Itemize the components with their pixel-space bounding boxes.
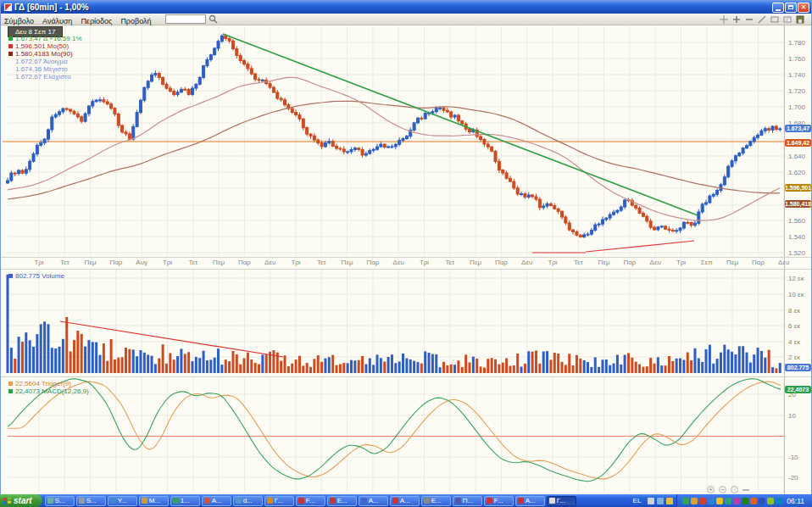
tray-icon[interactable] <box>725 498 731 504</box>
y-axis-label: 1.760 <box>788 55 805 63</box>
zoom-in-icon[interactable] <box>732 15 741 24</box>
price-legend-swatch <box>8 44 13 48</box>
x-axis-label: Τρι <box>420 259 429 266</box>
y-axis-label: 1.560 <box>788 217 805 225</box>
menu-item-Σύμβολο[interactable]: Σύμβολο <box>4 17 34 25</box>
price-legend-row: 1.672,67 Άνοιγμα <box>8 58 82 65</box>
quick-launch-icon[interactable] <box>666 498 673 504</box>
macd-legend-swatch <box>8 382 13 386</box>
tray-icon[interactable] <box>776 498 782 504</box>
x-axis-label: Τρι <box>34 259 43 266</box>
tray-icon[interactable] <box>750 498 757 504</box>
save-icon[interactable] <box>796 15 804 24</box>
language-indicator[interactable]: EL <box>630 497 645 504</box>
taskbar-button[interactable]: F... <box>296 496 325 506</box>
taskbar-button[interactable]: A... <box>359 496 388 506</box>
chart-zoom-out-button[interactable]: − <box>719 486 726 493</box>
zoom-out-icon[interactable] <box>745 15 754 24</box>
x-axis-label: Παρ <box>109 259 122 266</box>
menu-item-Ανάλυση[interactable]: Ανάλυση <box>42 17 72 25</box>
menu-item-Περίοδος[interactable]: Περίοδος <box>81 17 112 25</box>
crosshair-icon[interactable] <box>720 15 728 24</box>
y-axis-label: 1.780 <box>788 39 805 47</box>
taskbar-button[interactable]: 1... <box>170 496 200 506</box>
x-axis-label: Πεμ <box>342 259 353 266</box>
taskbar-button-label: F... <box>494 497 503 504</box>
taskbar-button-label: Γ... <box>275 497 283 504</box>
menu-item-Προβολή[interactable]: Προβολή <box>120 17 151 25</box>
taskbar-button[interactable]: E... <box>327 496 357 506</box>
close-button[interactable]: ✕ <box>798 3 809 13</box>
tray-icon[interactable] <box>733 498 740 504</box>
x-axis-label: Παρ <box>752 259 765 266</box>
tray-icon[interactable] <box>708 498 715 504</box>
x-axis-label: Δευ <box>264 259 275 266</box>
tray-icon[interactable] <box>716 498 723 504</box>
volume-legend-text: 802.775 Volume <box>15 272 64 280</box>
tray-icon[interactable] <box>691 498 698 504</box>
task-app-icon <box>298 498 304 504</box>
chart-options-button[interactable]: · <box>731 486 738 493</box>
tray-icon[interactable] <box>742 498 748 504</box>
windows-flag-icon <box>3 498 11 504</box>
tray-icon[interactable] <box>682 498 689 504</box>
taskbar-button[interactable]: Γ... <box>547 496 576 506</box>
taskbar-button[interactable]: d... <box>233 496 263 506</box>
taskbar-button[interactable]: E... <box>421 496 451 506</box>
price-legend-row: 1.673,47 Δ +16,59 1% <box>8 35 82 42</box>
search-icon[interactable] <box>209 14 218 24</box>
taskbar-button[interactable]: F... <box>484 496 514 506</box>
x-axis-label: Παρ <box>366 259 379 266</box>
quick-launch-icon[interactable] <box>657 498 664 504</box>
minimize-button[interactable] <box>772 3 784 13</box>
window-title: ΓΔ [60min] - 1,00% <box>14 3 89 12</box>
macd-badge: 22,4073 <box>785 386 811 393</box>
macd-legend-swatch <box>8 389 13 393</box>
taskbar-button-label: d... <box>243 497 253 504</box>
text-note-icon[interactable] <box>783 15 792 24</box>
rectangle-icon[interactable] <box>770 15 779 24</box>
taskbar-button[interactable]: Y... <box>108 496 137 506</box>
taskbar-button-label: S... <box>86 497 97 504</box>
taskbar-button[interactable]: Γ... <box>264 496 294 506</box>
x-axis-label: Πεμ <box>598 259 610 266</box>
task-app-icon <box>79 498 85 504</box>
x-axis-label: Τετ <box>188 259 197 266</box>
y-axis-label: 1.720 <box>788 87 805 95</box>
taskbar-button[interactable]: M... <box>139 496 169 506</box>
quick-launch-icon[interactable] <box>648 498 654 504</box>
trigger-line <box>8 382 781 479</box>
taskbar-button[interactable]: Π... <box>453 496 482 506</box>
x-axis-label: Δευ <box>393 259 404 266</box>
trendline-icon[interactable] <box>758 15 766 24</box>
tray-icon[interactable] <box>699 498 706 504</box>
taskbar-button-label: Π... <box>463 497 473 504</box>
taskbar-button[interactable]: A... <box>515 496 545 506</box>
y-axis-label: -20 <box>788 474 798 482</box>
tray-icon[interactable] <box>759 498 765 504</box>
start-button[interactable]: start <box>0 494 42 507</box>
price-legend-text: 1.580,4183 Μο(90) <box>15 50 73 58</box>
taskbar-button[interactable]: S... <box>76 496 106 506</box>
volume-legend-row: 802.775 Volume <box>8 272 64 280</box>
taskbar-button[interactable]: S... <box>45 496 75 506</box>
macd-legend-row: 22,4073 MACD(12,26,9) <box>8 387 89 395</box>
taskbar-button[interactable]: A... <box>390 496 420 506</box>
x-axis-label: Τρι <box>676 259 686 266</box>
y-axis-label: 6 εκ <box>788 322 800 330</box>
tray-icon[interactable] <box>767 498 774 504</box>
x-axis-label: Πεμ <box>470 259 481 266</box>
price-legend-text: 1.672,67 Ελάχιστο <box>15 73 71 81</box>
taskbar-button[interactable]: A... <box>202 496 231 506</box>
symbol-input[interactable] <box>165 14 206 24</box>
y-axis-label: 1.740 <box>788 71 805 79</box>
maximize-button[interactable] <box>785 3 797 13</box>
taskbar-clock: 06:11 <box>784 497 809 505</box>
x-axis-label: Παρ <box>495 259 508 266</box>
taskbar-button-label: E... <box>431 497 442 504</box>
x-axis-label: Αυγ <box>136 259 147 266</box>
y-axis-label: 1.620 <box>788 169 805 176</box>
x-axis-label: Δευ <box>650 259 661 266</box>
chart-zoom-in-button[interactable]: + <box>707 486 715 493</box>
chart-area[interactable]: Δευ 8 Σεπ 17 1.673,47 Δ +16,59 1%1.596,5… <box>1 25 811 494</box>
